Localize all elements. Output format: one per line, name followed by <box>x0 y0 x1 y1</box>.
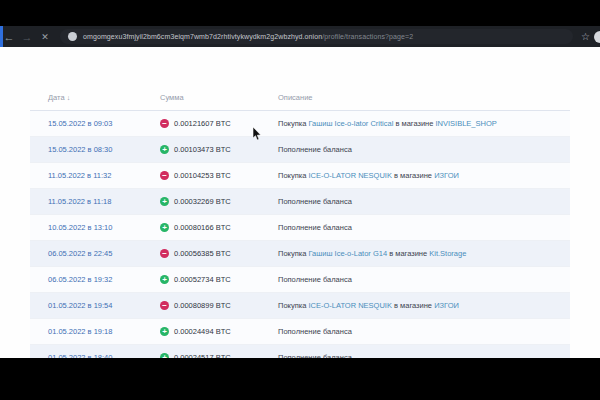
transaction-row: 01.05.2022 в 19:18+0.00024494 BTCПополне… <box>30 319 570 345</box>
plus-icon: + <box>160 275 169 284</box>
amount-value: 0.00080899 BTC <box>174 301 231 310</box>
transaction-description: Пополнение баланса <box>278 319 570 345</box>
table-header-row: Дата ↓ Сумма Описание <box>30 87 570 111</box>
transaction-date: 01.05.2022 в 19:54 <box>30 293 160 319</box>
transaction-date: 01.05.2022 в 19:18 <box>30 319 160 345</box>
date-link[interactable]: 10.05.2022 в 13:10 <box>48 223 112 232</box>
sort-desc-icon: ↓ <box>67 94 71 101</box>
purchase-prefix: Покупка <box>278 249 308 258</box>
transaction-row: 15.05.2022 в 09:03−0.00121607 BTCПокупка… <box>30 111 570 137</box>
date-link[interactable]: 15.05.2022 в 08:30 <box>48 145 112 154</box>
table-body: 15.05.2022 в 09:03−0.00121607 BTCПокупка… <box>30 111 570 371</box>
transaction-row: 06.05.2022 в 22:45−0.00056385 BTCПокупка… <box>30 241 570 267</box>
profile-avatar[interactable] <box>594 31 600 43</box>
transaction-row: 15.05.2022 в 08:30+0.00103473 BTCПополне… <box>30 137 570 163</box>
store-infix: в магазине <box>393 119 435 128</box>
transactions-page: Дата ↓ Сумма Описание 15.05.2022 в 09:03… <box>0 47 600 358</box>
transaction-amount: +0.00080166 BTC <box>160 215 278 241</box>
transaction-date: 06.05.2022 в 22:45 <box>30 241 160 267</box>
plus-icon: + <box>160 197 169 206</box>
store-infix: в магазине <box>392 171 434 180</box>
transaction-description: Пополнение баланса <box>278 215 570 241</box>
plus-icon: + <box>160 145 169 154</box>
url-text[interactable]: omgomgexu3fmjyil2bm6cm3eiqm7wmb7d2rhtivt… <box>83 33 413 40</box>
transaction-description: Покупка ICE-O-LATOR NESQUIK в магазине И… <box>278 163 570 189</box>
amount-value: 0.00024494 BTC <box>174 327 231 336</box>
header-amount[interactable]: Сумма <box>160 87 278 111</box>
amount-value: 0.00056385 BTC <box>174 249 231 258</box>
store-link[interactable]: ИЗГОИ <box>434 171 459 180</box>
purchase-prefix: Покупка <box>278 171 308 180</box>
transaction-amount: −0.00080899 BTC <box>160 293 278 319</box>
transactions-table-wrap: Дата ↓ Сумма Описание 15.05.2022 в 09:03… <box>30 87 570 371</box>
transaction-date: 15.05.2022 в 08:30 <box>30 137 160 163</box>
browser-toolbar: ← → ✕ omgomgexu3fmjyil2bm6cm3eiqm7wmb7d2… <box>0 26 600 47</box>
window-edge <box>0 26 3 47</box>
store-link[interactable]: ИЗГОИ <box>434 301 459 310</box>
minus-icon: − <box>160 249 169 258</box>
bookmark-icon[interactable]: ☆ <box>581 31 590 42</box>
topup-text: Пополнение баланса <box>278 223 352 232</box>
minus-icon: − <box>160 301 169 310</box>
site-info-icon[interactable] <box>68 32 77 41</box>
address-bar[interactable]: omgomgexu3fmjyil2bm6cm3eiqm7wmb7d2rhtivt… <box>60 29 573 44</box>
header-date[interactable]: Дата ↓ <box>30 87 160 111</box>
plus-icon: + <box>160 223 169 232</box>
date-link[interactable]: 06.05.2022 в 19:32 <box>48 275 112 284</box>
product-link[interactable]: ICE-O-LATOR NESQUIK <box>308 301 392 310</box>
date-link[interactable]: 15.05.2022 в 09:03 <box>48 119 112 128</box>
amount-value: 0.00121607 BTC <box>174 119 231 128</box>
minus-icon: − <box>160 119 169 128</box>
topup-text: Пополнение баланса <box>278 327 352 336</box>
transaction-date: 11.05.2022 в 11:32 <box>30 163 160 189</box>
transaction-description: Пополнение баланса <box>278 267 570 293</box>
transaction-date: 11.05.2022 в 11:18 <box>30 189 160 215</box>
transaction-amount: −0.00056385 BTC <box>160 241 278 267</box>
transaction-amount: +0.00032269 BTC <box>160 189 278 215</box>
stop-button[interactable]: ✕ <box>36 32 54 42</box>
mouse-cursor <box>252 127 262 141</box>
transaction-description: Пополнение баланса <box>278 137 570 163</box>
amount-value: 0.00104253 BTC <box>174 171 231 180</box>
transaction-date: 06.05.2022 в 19:32 <box>30 267 160 293</box>
minus-icon: − <box>160 171 169 180</box>
amount-value: 0.00103473 BTC <box>174 145 231 154</box>
store-infix: в магазине <box>392 301 434 310</box>
store-link[interactable]: INVISIBLE_SHOP <box>436 119 497 128</box>
transaction-row: 10.05.2022 в 13:10+0.00080166 BTCПополне… <box>30 215 570 241</box>
transaction-row: 11.05.2022 в 11:32−0.00104253 BTCПокупка… <box>30 163 570 189</box>
transaction-description: Пополнение баланса <box>278 189 570 215</box>
purchase-prefix: Покупка <box>278 119 308 128</box>
letterbox-top <box>0 0 600 26</box>
transaction-row: 01.05.2022 в 19:54−0.00080899 BTCПокупка… <box>30 293 570 319</box>
topup-text: Пополнение баланса <box>278 197 352 206</box>
store-link[interactable]: Kit.Storage <box>429 249 466 258</box>
date-link[interactable]: 11.05.2022 в 11:18 <box>48 197 111 206</box>
date-link[interactable]: 01.05.2022 в 19:18 <box>48 327 112 336</box>
transaction-amount: +0.00052734 BTC <box>160 267 278 293</box>
topup-text: Пополнение баланса <box>278 275 352 284</box>
forward-button[interactable]: → <box>18 31 36 43</box>
purchase-prefix: Покупка <box>278 301 308 310</box>
amount-value: 0.00052734 BTC <box>174 275 231 284</box>
transaction-description: Покупка Гашиш Ice-o-lator Critical в маг… <box>278 111 570 137</box>
transaction-description: Покупка ICE-O-LATOR NESQUIK в магазине И… <box>278 293 570 319</box>
date-link[interactable]: 01.05.2022 в 19:54 <box>48 301 112 310</box>
transaction-date: 15.05.2022 в 09:03 <box>30 111 160 137</box>
header-description[interactable]: Описание <box>278 87 570 111</box>
amount-value: 0.00032269 BTC <box>174 197 231 206</box>
transaction-date: 10.05.2022 в 13:10 <box>30 215 160 241</box>
url-path: /profile/transactions?page=2 <box>322 33 413 40</box>
transaction-amount: −0.00104253 BTC <box>160 163 278 189</box>
topup-text: Пополнение баланса <box>278 145 352 154</box>
store-infix: в магазине <box>387 249 429 258</box>
product-link[interactable]: ICE-O-LATOR NESQUIK <box>308 171 392 180</box>
plus-icon: + <box>160 327 169 336</box>
transaction-description: Покупка Гашиш Ice-o-Lator G14 в магазине… <box>278 241 570 267</box>
date-link[interactable]: 11.05.2022 в 11:32 <box>48 171 111 180</box>
product-link[interactable]: Гашиш Ice-o-lator Critical <box>308 119 393 128</box>
transaction-row: 06.05.2022 в 19:32+0.00052734 BTCПополне… <box>30 267 570 293</box>
date-link[interactable]: 06.05.2022 в 22:45 <box>48 249 112 258</box>
amount-value: 0.00080166 BTC <box>174 223 231 232</box>
product-link[interactable]: Гашиш Ice-o-Lator G14 <box>308 249 387 258</box>
